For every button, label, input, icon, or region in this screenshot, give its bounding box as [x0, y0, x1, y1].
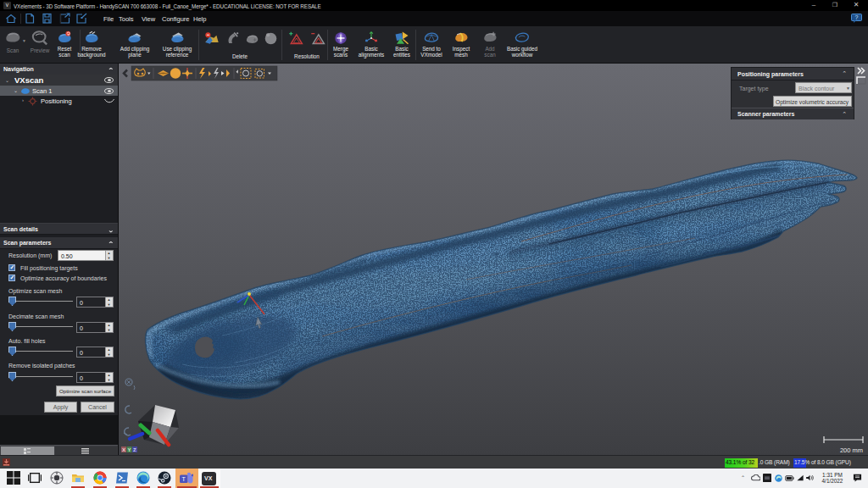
svg-text:?: ? — [855, 14, 859, 20]
svg-text:X: X — [122, 447, 125, 452]
svg-text:Y: Y — [128, 447, 131, 452]
svg-text:T: T — [182, 476, 186, 482]
svg-text:Z: Z — [133, 447, 136, 452]
svg-text:200 mm: 200 mm — [840, 446, 863, 454]
